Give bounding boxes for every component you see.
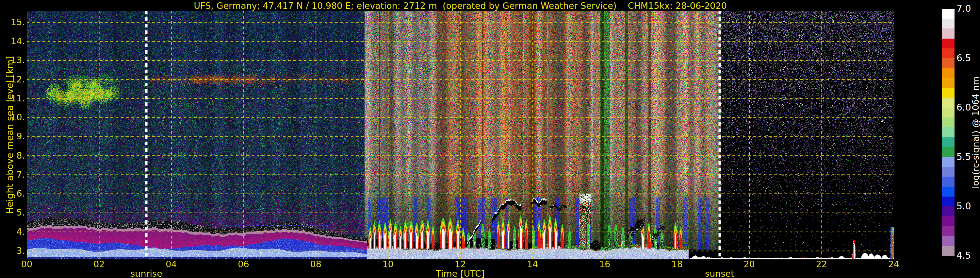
colorbar-block — [942, 206, 955, 216]
colorbar-block — [942, 177, 955, 187]
y-tick-label: 4. — [0, 227, 25, 237]
x-tick-label: 06 — [238, 259, 249, 269]
x-axis-title: Time [UTC] — [436, 269, 484, 278]
colorbar-block — [942, 9, 955, 19]
colorbar-block — [942, 187, 955, 197]
colorbar-block — [942, 38, 955, 48]
y-tick-label: 14. — [0, 36, 25, 46]
y-tick-label: 3. — [0, 246, 25, 256]
y-tick-label: 6. — [0, 189, 25, 198]
colorbar-block — [942, 216, 955, 226]
y-tick-label: 9. — [0, 131, 25, 141]
y-tick-label: 8. — [0, 151, 25, 161]
x-tick-label: 16 — [599, 259, 610, 269]
colorbar-block — [942, 137, 955, 147]
colorbar-block — [942, 58, 955, 68]
x-tick-label: 02 — [94, 259, 105, 269]
colorbar-block — [942, 78, 955, 88]
colorbar-block — [942, 29, 955, 38]
y-tick-label: 13. — [0, 55, 25, 65]
colorbar-block — [942, 157, 955, 167]
y-tick-label: 7. — [0, 170, 25, 179]
sunrise-label: sunrise — [130, 269, 162, 278]
colorbar-block — [942, 226, 955, 236]
page-title: UFS, Germany; 47.417 N / 10.980 E; eleva… — [194, 1, 727, 11]
x-tick-label: 22 — [816, 259, 827, 269]
colorbar-tick-label: 5.0 — [956, 201, 971, 212]
y-tick-label: 11. — [0, 94, 25, 103]
x-tick-label: 12 — [455, 259, 466, 269]
colorbar-block — [942, 197, 955, 206]
y-tick-label: 12. — [0, 75, 25, 85]
x-tick-label: 04 — [165, 259, 177, 269]
colorbar-block — [942, 88, 955, 98]
x-tick-label: 14 — [527, 259, 538, 269]
x-tick-label: 00 — [21, 259, 32, 269]
colorbar-block — [942, 108, 955, 117]
x-tick-label: 10 — [382, 259, 394, 269]
y-tick-label: 15. — [0, 18, 25, 27]
colorbar-tick-label: 4.5 — [956, 250, 971, 261]
x-tick-label: 24 — [888, 259, 899, 269]
colorbar-block — [942, 98, 955, 108]
x-tick-label: 08 — [310, 259, 321, 269]
colorbar — [942, 9, 955, 256]
colorbar-tick-label: 6.0 — [956, 102, 971, 113]
colorbar-block — [942, 246, 955, 256]
colorbar-block — [942, 127, 955, 137]
colorbar-block — [942, 68, 955, 78]
colorbar-block — [942, 147, 955, 157]
colorbar-tick-label: 5.5 — [956, 152, 971, 163]
ceilometer-heatmap-canvas — [27, 11, 894, 259]
colorbar-block — [942, 167, 955, 177]
x-tick-label: 20 — [743, 259, 755, 269]
colorbar-title: log(rc-signal) @ 1064 nm — [970, 77, 980, 189]
colorbar-tick-label: 6.5 — [956, 53, 971, 64]
y-tick-label: 10. — [0, 112, 25, 122]
ceilometer-quicklook-page: { "title": "UFS, Germany; 47.417 N / 10.… — [0, 0, 980, 278]
colorbar-tick-label: 7.0 — [956, 3, 971, 14]
colorbar-block — [942, 19, 955, 29]
colorbar-block — [942, 236, 955, 246]
sunset-label: sunset — [705, 269, 734, 278]
x-tick-label: 18 — [671, 259, 682, 269]
colorbar-block — [942, 48, 955, 58]
y-tick-label: 5. — [0, 208, 25, 217]
colorbar-block — [942, 117, 955, 127]
